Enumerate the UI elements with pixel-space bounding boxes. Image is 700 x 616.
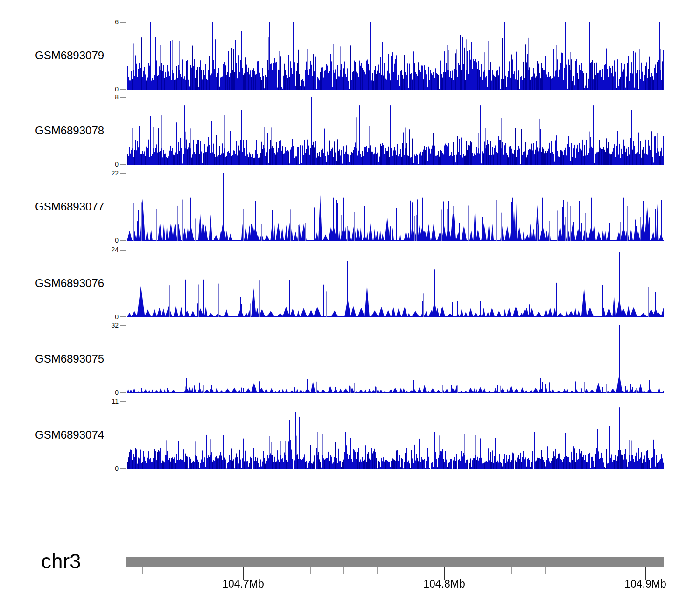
genome-coverage-figure: GSM689307960GSM689307880GSM6893077220GSM…	[0, 0, 700, 616]
track-label: GSM6893078	[35, 124, 124, 138]
y-axis-max-label: 8	[92, 93, 119, 101]
y-axis-bottom-tick	[120, 240, 126, 241]
chromosome-ideogram	[126, 557, 664, 567]
y-axis-line	[126, 173, 126, 241]
track-row: GSM6893076240	[0, 250, 700, 317]
y-axis-min-label: 0	[92, 85, 119, 93]
axis-major-tick	[243, 567, 244, 580]
axis-major-tick-label: 104.8Mb	[405, 578, 484, 590]
track-label: GSM6893079	[35, 49, 124, 63]
track-signal-canvas	[127, 97, 664, 165]
y-axis-top-tick	[120, 173, 126, 174]
y-axis-max-label: 32	[92, 322, 119, 329]
y-axis-max-label: 24	[92, 246, 119, 253]
track-row: GSM6893077220	[0, 173, 700, 241]
y-axis-line	[126, 325, 126, 393]
y-axis-max-label: 22	[92, 169, 119, 177]
y-axis-min-label: 0	[92, 389, 119, 396]
y-axis-min-label: 0	[92, 313, 119, 321]
y-axis-top-tick	[120, 250, 126, 251]
axis-minor-tick	[511, 567, 512, 574]
axis-minor-tick	[210, 567, 210, 574]
track-signal-canvas	[127, 22, 664, 90]
y-axis-top-tick	[120, 97, 126, 98]
track-row: GSM689307880	[0, 97, 700, 165]
y-axis-max-label: 6	[92, 18, 119, 26]
y-axis-line	[126, 97, 126, 165]
axis-minor-tick	[579, 567, 579, 574]
track-label: GSM6893075	[35, 352, 124, 366]
y-axis-bottom-tick	[120, 468, 126, 469]
y-axis-min-label: 0	[92, 237, 119, 244]
track-label: GSM6893076	[35, 276, 124, 290]
y-axis-top-tick	[120, 401, 126, 402]
axis-minor-tick	[478, 567, 478, 574]
axis-minor-tick	[310, 567, 311, 574]
track-row: GSM6893074110	[0, 401, 700, 469]
axis-minor-tick	[176, 567, 176, 574]
axis-minor-tick	[612, 567, 612, 574]
axis-major-tick	[444, 567, 445, 580]
track-signal-canvas	[127, 325, 664, 393]
y-axis-max-label: 11	[92, 398, 119, 405]
axis-major-tick-label: 104.7Mb	[203, 578, 283, 590]
y-axis-top-tick	[120, 325, 126, 326]
track-signal-canvas	[127, 173, 664, 241]
y-axis-bottom-tick	[120, 89, 126, 90]
y-axis-line	[126, 22, 126, 90]
track-row: GSM689307960	[0, 22, 700, 90]
axis-major-tick-label: 104.9Mb	[606, 578, 685, 590]
y-axis-line	[126, 401, 126, 469]
y-axis-bottom-tick	[120, 392, 126, 393]
track-label: GSM6893074	[35, 428, 124, 442]
y-axis-top-tick	[120, 22, 126, 23]
axis-minor-tick	[645, 567, 646, 574]
track-row: GSM6893075320	[0, 325, 700, 393]
y-axis-min-label: 0	[92, 161, 119, 168]
y-axis-line	[126, 250, 126, 317]
axis-minor-tick	[277, 567, 277, 574]
axis-minor-tick	[243, 567, 244, 574]
axis-minor-tick	[377, 567, 378, 574]
axis-minor-tick	[411, 567, 411, 574]
axis-minor-tick	[444, 567, 445, 574]
axis-minor-tick	[545, 567, 546, 574]
axis-major-tick	[645, 567, 646, 580]
y-axis-min-label: 0	[92, 465, 119, 472]
axis-minor-tick	[343, 567, 344, 574]
track-signal-canvas	[127, 250, 664, 317]
chromosome-name: chr3	[41, 550, 81, 573]
y-axis-bottom-tick	[120, 164, 126, 165]
y-axis-bottom-tick	[120, 316, 126, 317]
axis-minor-tick	[142, 567, 143, 574]
track-label: GSM6893077	[35, 200, 124, 214]
track-signal-canvas	[127, 401, 664, 469]
